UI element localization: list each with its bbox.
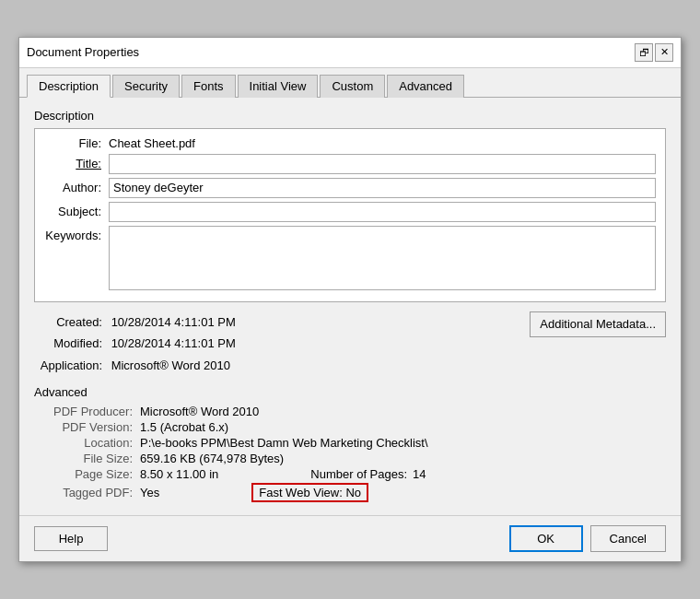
file-size-row: File Size: 659.16 KB (674,978 Bytes) [43, 452, 666, 465]
application-label: Application: [34, 355, 108, 376]
document-properties-dialog: Document Properties 🗗 ✕ Description Secu… [18, 37, 682, 562]
location-value: P:\e-books PPM\Best Damn Web Marketing C… [140, 436, 428, 450]
author-label: Author: [44, 181, 109, 194]
page-size-row: Page Size: 8.50 x 11.00 in Number of Pag… [43, 467, 666, 481]
advanced-section-label: Advanced [34, 385, 666, 399]
tab-custom[interactable]: Custom [320, 75, 385, 98]
keywords-label: Keywords: [44, 226, 109, 242]
title-input[interactable] [109, 154, 656, 174]
created-label: Created: [34, 311, 108, 333]
modified-row: Modified: 10/28/2014 4:11:01 PM [34, 333, 236, 354]
bottom-bar: Help OK Cancel [19, 515, 681, 561]
fast-web-value: No [345, 486, 361, 499]
num-pages-value: 14 [413, 467, 426, 481]
pdf-producer-value: Microsoft® Word 2010 [140, 405, 259, 418]
file-size-label: File Size: [43, 452, 140, 465]
location-label: Location: [43, 436, 140, 450]
tab-initial-view[interactable]: Initial View [238, 75, 319, 98]
tab-description[interactable]: Description [27, 75, 111, 98]
tab-security[interactable]: Security [112, 75, 180, 98]
subject-input[interactable] [109, 202, 656, 222]
main-content: Description File: Cheat Sheet.pdf Title:… [19, 98, 681, 515]
fast-web-label: Fast Web View: [259, 486, 343, 499]
title-label: Title: [44, 157, 109, 170]
file-row: File: Cheat Sheet.pdf [44, 136, 656, 150]
tab-fonts[interactable]: Fonts [181, 75, 236, 98]
created-row: Created: 10/28/2014 4:11:01 PM [34, 311, 236, 333]
cancel-button[interactable]: Cancel [590, 525, 666, 552]
close-button[interactable]: ✕ [655, 43, 673, 62]
ok-button[interactable]: OK [509, 525, 583, 552]
pdf-producer-row: PDF Producer: Microsoft® Word 2010 [43, 405, 666, 418]
help-button[interactable]: Help [34, 526, 108, 551]
tagged-pdf-row: Tagged PDF: Yes Fast Web View: No [43, 483, 666, 502]
restore-button[interactable]: 🗗 [635, 43, 653, 62]
tab-advanced[interactable]: Advanced [387, 75, 464, 98]
subject-label: Subject: [44, 205, 109, 218]
pdf-version-value: 1.5 (Acrobat 6.x) [140, 420, 228, 434]
file-label: File: [44, 136, 109, 150]
created-value: 10/28/2014 4:11:01 PM [111, 315, 236, 329]
keywords-row: Keywords: [44, 226, 656, 290]
advanced-details: PDF Producer: Microsoft® Word 2010 PDF V… [34, 405, 666, 502]
author-row: Author: [44, 178, 656, 198]
subject-row: Subject: [44, 202, 656, 222]
application-value: Microsoft® Word 2010 [111, 358, 230, 372]
page-size-label: Page Size: [43, 467, 140, 481]
metadata-info: Created: 10/28/2014 4:11:01 PM Modified:… [34, 311, 236, 376]
location-row: Location: P:\e-books PPM\Best Damn Web M… [43, 436, 666, 450]
application-row: Application: Microsoft® Word 2010 [34, 355, 236, 376]
additional-metadata-button[interactable]: Additional Metadata... [530, 311, 666, 337]
fast-web-view-container: Fast Web View: No [251, 483, 368, 502]
pdf-version-label: PDF Version: [43, 420, 140, 434]
description-section-label: Description [34, 109, 666, 123]
tagged-pdf-label: Tagged PDF: [43, 486, 140, 499]
modified-value: 10/28/2014 4:11:01 PM [111, 336, 236, 350]
title-bar: Document Properties 🗗 ✕ [19, 38, 681, 68]
bottom-right-buttons: OK Cancel [509, 525, 666, 552]
pdf-version-row: PDF Version: 1.5 (Acrobat 6.x) [43, 420, 666, 434]
keywords-input[interactable] [109, 226, 656, 290]
dialog-title: Document Properties [27, 45, 139, 59]
num-pages-label: Number of Pages: [310, 467, 407, 481]
tagged-pdf-value: Yes [140, 486, 159, 499]
file-size-value: 659.16 KB (674,978 Bytes) [140, 452, 284, 465]
author-input[interactable] [109, 178, 656, 198]
advanced-section: Advanced PDF Producer: Microsoft® Word 2… [34, 385, 666, 502]
pdf-producer-label: PDF Producer: [43, 405, 140, 418]
description-box: File: Cheat Sheet.pdf Title: Author: Sub… [34, 128, 666, 302]
tab-bar: Description Security Fonts Initial View … [19, 68, 681, 98]
page-size-value: 8.50 x 11.00 in [140, 467, 218, 481]
fast-web-view-box: Fast Web View: No [251, 483, 368, 502]
modified-label: Modified: [34, 333, 108, 354]
file-value: Cheat Sheet.pdf [109, 136, 195, 150]
title-bar-buttons: 🗗 ✕ [635, 43, 673, 62]
title-row: Title: [44, 154, 656, 174]
metadata-row: Created: 10/28/2014 4:11:01 PM Modified:… [34, 311, 666, 376]
